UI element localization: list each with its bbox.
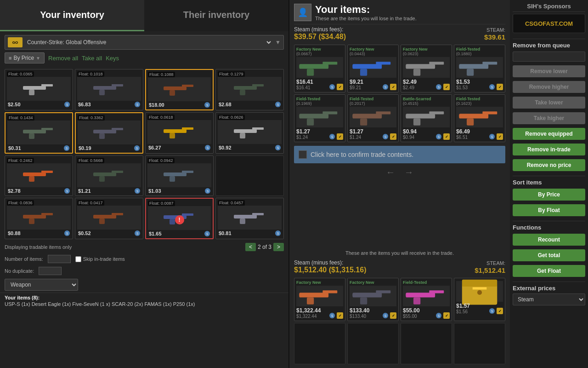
your-value-row: Steam (minus fees): $39.57 ($34.48) STEA… xyxy=(294,24,505,43)
queue-input[interactable] xyxy=(513,52,585,62)
item-price-3: $2.68 xyxy=(219,102,232,107)
svg-rect-88 xyxy=(459,114,488,118)
inventory-item-12[interactable]: Float: 0.0836 $0.88 S xyxy=(5,198,73,239)
svg-rect-36 xyxy=(93,172,116,176)
get-total-button[interactable]: Get total xyxy=(513,249,585,261)
sort-by-float-button[interactable]: By Float xyxy=(513,204,585,216)
inventory-item-11[interactable] xyxy=(215,155,284,196)
trade-item-your-trade-grid-4[interactable]: Field-Tested (0.1969) $1.27 $1.24 S xyxy=(294,94,345,142)
trade-item-receive-trade-grid-2[interactable]: Field-Tested $55.00 $55.00 S ✓ xyxy=(401,278,452,321)
remove-lower-button[interactable]: Remove lower xyxy=(513,65,585,77)
svg-rect-87 xyxy=(406,115,409,117)
trade-item-your-trade-grid-0[interactable]: Factory New (0.0667) $16.41 $16.41 S xyxy=(294,45,345,92)
trade-img-1 xyxy=(350,286,396,306)
num-items-input[interactable] xyxy=(48,255,71,263)
next-page-button[interactable]: > xyxy=(273,243,284,251)
prev-page-button[interactable]: < xyxy=(245,243,256,251)
svg-rect-91 xyxy=(459,115,463,117)
item-float-2: Float: 0.1088 xyxy=(148,72,175,77)
trade-item-your-trade-grid-7[interactable]: Field-Tested (0.1623) $6.49 $6.51 S xyxy=(454,94,505,142)
remove-equipped-button[interactable]: Remove equipped xyxy=(513,128,585,140)
num-items-label: Number of items: xyxy=(5,256,43,262)
queue-section-title: Remove from queue xyxy=(513,39,585,49)
trade-price-main-1: $133.40 xyxy=(350,307,369,314)
svg-rect-100 xyxy=(406,293,435,297)
no-duplicate-input[interactable] xyxy=(39,267,62,275)
sponsor-logo[interactable]: CSGOFAST.COM xyxy=(513,14,585,33)
inventory-item-8[interactable]: Float: 0.2462 $2.78 S xyxy=(5,155,73,196)
trade-steam-icon-1: S xyxy=(383,313,388,318)
trade-item-receive-trade-grid-0[interactable]: Factory New $1,322.44 $1,322.44 S xyxy=(294,278,345,321)
their-inventory-tab-label: Their inventory xyxy=(183,10,249,20)
remove-no-price-button[interactable]: Remove no price xyxy=(513,159,585,171)
svg-rect-33 xyxy=(41,171,53,173)
weapon-select-dropdown[interactable]: Weapon xyxy=(5,279,78,291)
trade-item-your-trade-grid-1[interactable]: Factory New (0.0443) $9.21 $9.21 S xyxy=(347,45,399,92)
svg-rect-76 xyxy=(299,114,328,118)
item-price-7: $0.92 xyxy=(219,145,232,150)
take-all-link[interactable]: Take all xyxy=(82,55,102,62)
trade-item-receive-trade-grid-1[interactable]: Factory New $133.40 $133.40 S xyxy=(347,278,399,321)
inventory-item-6[interactable]: Float: 0.0618 $6.27 S xyxy=(145,112,214,154)
inventory-item-1[interactable]: Float: 0.1018 $6.83 S xyxy=(75,69,143,110)
item-image-7 xyxy=(218,120,282,144)
sort-button[interactable]: ≡ By Price ▼ xyxy=(5,52,45,63)
inventory-item-9[interactable]: Float: 0.5668 $1.21 S xyxy=(75,155,143,196)
remove-all-link[interactable]: Remove all xyxy=(48,55,78,62)
skip-in-trade-label: Skip in-trade items xyxy=(75,256,125,262)
steam-total-block: STEAM: $39.61 xyxy=(484,27,505,41)
skip-in-trade-checkbox[interactable] xyxy=(75,256,81,262)
remove-higher-button[interactable]: Remove higher xyxy=(513,81,585,93)
inventory-item-15[interactable]: Float: 0.0457 $0.81 S xyxy=(215,198,284,239)
item-image-8 xyxy=(7,163,71,187)
take-lower-button[interactable]: Take lower xyxy=(513,97,585,109)
inventory-item-2[interactable]: Float: 0.1088 $18.00 S xyxy=(145,69,214,110)
item-image-4 xyxy=(7,121,70,144)
svg-rect-53 xyxy=(182,213,193,216)
inventory-item-14[interactable]: Float: 0.0087 ! $1.65 S xyxy=(145,198,214,239)
inventory-item-7[interactable]: Float: 0.0626 $0.92 S xyxy=(215,112,284,154)
inventory-item-4[interactable]: Float: 0.1434 $0.31 S xyxy=(5,112,73,154)
tab-your-inventory[interactable]: Your inventory xyxy=(0,0,144,31)
inventory-item-0[interactable]: Float: 0.0365 $2.50 S xyxy=(5,69,73,110)
receive-trade-items-grid: Factory New $1,322.44 $1,322.44 S xyxy=(294,278,505,321)
trade-item-your-trade-grid-3[interactable]: Field-Tested (0.1880) $1.53 $1.53 S xyxy=(454,45,505,92)
item-float-12: Float: 0.0836 xyxy=(7,200,34,206)
recount-button[interactable]: Recount xyxy=(513,234,585,246)
trade-item-your-trade-grid-5[interactable]: Field-Tested (0.2017) $1.27 $1.24 S xyxy=(347,94,399,142)
external-prices-select[interactable]: Steam BitSkins CS.Money xyxy=(513,293,585,305)
take-higher-button[interactable]: Take higher xyxy=(513,112,585,124)
inventory-item-10[interactable]: Float: 0.0942 $1.03 S xyxy=(145,155,214,196)
confirm-trade-button[interactable]: Click here to confirm trade contents. xyxy=(294,146,505,163)
external-prices-title: External prices xyxy=(513,282,585,292)
game-selector[interactable]: GO Counter-Strike: Global Offensive ▼ xyxy=(5,35,284,50)
trade-quality-4: Field-Tested xyxy=(296,97,320,101)
trade-steam-icon-5: S xyxy=(383,134,388,139)
trade-img-1 xyxy=(350,57,396,78)
ack-icon-5: ✓ xyxy=(390,133,396,140)
item-float-7: Float: 0.0626 xyxy=(218,115,245,120)
pagination-controls: < 2 of 3 > xyxy=(245,243,284,251)
sort-by-price-button[interactable]: By Price xyxy=(513,189,585,201)
inventory-item-13[interactable]: Float: 0.0417 $0.52 S xyxy=(75,198,143,239)
trade-quality-3: Field-Tested xyxy=(456,47,480,52)
remove-in-trade-button[interactable]: Remove in-trade xyxy=(513,144,585,155)
svg-rect-66 xyxy=(360,69,367,75)
ack-icon-0: ✓ xyxy=(337,84,343,90)
inventory-item-3[interactable]: Float: 0.1279 $2.68 S xyxy=(215,69,284,110)
trade-item-your-trade-grid-2[interactable]: Factory New (0.0623) $2.49 $2.49 S xyxy=(401,45,452,92)
item-float-10: Float: 0.0942 xyxy=(147,158,175,163)
svg-rect-29 xyxy=(252,127,264,130)
trade-header: 👤 Your items: These are the items you wi… xyxy=(294,4,505,21)
trade-price-main-0: $16.41 xyxy=(296,79,313,85)
svg-rect-64 xyxy=(352,64,382,69)
inventory-item-5[interactable]: Float: 0.3362 $0.19 S xyxy=(75,112,143,154)
trade-item-receive-trade-grid-3[interactable]: $1.57 $1.56 S ✓ xyxy=(454,278,505,321)
trade-quality-1: Factory New xyxy=(350,280,374,285)
get-float-button[interactable]: Get Float xyxy=(513,265,585,277)
game-select-dropdown[interactable]: Counter-Strike: Global Offensive xyxy=(25,39,272,46)
keys-link[interactable]: Keys xyxy=(106,55,119,62)
svg-rect-18 xyxy=(29,133,34,139)
tab-their-inventory[interactable]: Their inventory xyxy=(144,0,288,31)
trade-item-your-trade-grid-6[interactable]: Battle-Scarred (0.4515) $0.94 $0.94 S xyxy=(401,94,452,142)
